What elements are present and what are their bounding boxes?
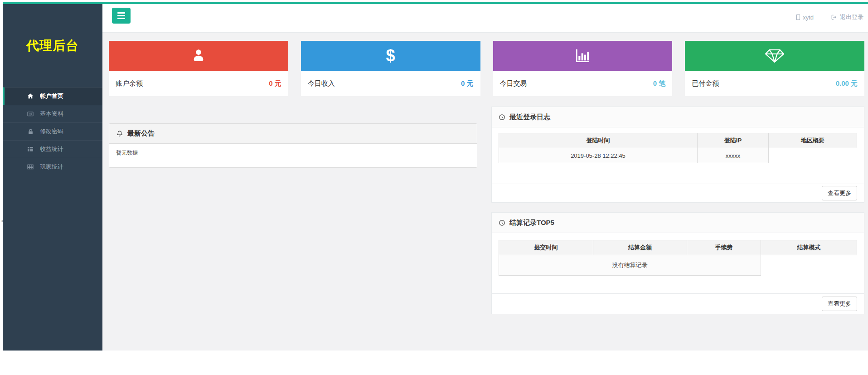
stat-card-value: 0 元 (461, 79, 474, 88)
table-row: 没有结算记录 (499, 255, 857, 276)
sidebar-item-income-stats[interactable]: 收益统计 (3, 140, 102, 158)
table-header-cell: 登陆IP (698, 133, 769, 148)
newspaper-icon (26, 110, 34, 118)
user-icon (796, 15, 800, 20)
login-log-title: 最近登录日志 (509, 113, 550, 122)
table-header-cell: 结算模式 (761, 240, 857, 255)
announcement-panel: 最新公告 暂无数据 (109, 123, 477, 168)
topbar-right: xytd 退出登录 (796, 13, 863, 21)
brand-title: 代理后台 (3, 4, 102, 87)
table-header-cell: 登陆时间 (499, 133, 698, 148)
topbar: xytd 退出登录 (102, 4, 868, 33)
stat-card-value: 0 笔 (653, 79, 666, 88)
table-header-cell: 提交时间 (499, 240, 593, 255)
settlement-more-button[interactable]: 查看更多 (822, 297, 857, 311)
topbar-username[interactable]: xytd (796, 14, 814, 21)
login-log-more-button[interactable]: 查看更多 (822, 186, 857, 200)
home-icon (26, 92, 34, 100)
main-area: xytd 退出登录 (102, 4, 868, 351)
login-log-footer: 查看更多 (492, 184, 864, 202)
table-row: 2019-05-28 12:22:45 xxxxx (499, 148, 857, 163)
lock-icon (26, 127, 34, 136)
sidebar-item-label: 基本资料 (40, 110, 63, 118)
settlement-title: 结算记录TOP5 (509, 219, 554, 227)
settlement-header: 结算记录TOP5 (492, 213, 864, 233)
logout-label: 退出登录 (840, 13, 863, 21)
sidebar-item-label: 帐户首页 (40, 92, 63, 100)
sign-out-icon (831, 14, 837, 20)
login-log-panel: 最近登录日志 登陆时间 登陆IP 地区概要 (491, 107, 864, 203)
settlement-body: 提交时间 结算金额 手续费 结算模式 没有结算记录 (492, 233, 864, 293)
announcement-body: 暂无数据 (109, 144, 477, 167)
sidebar-item-player-stats[interactable]: 玩家统计 (3, 158, 102, 175)
stat-card-label: 账户余额 (116, 79, 143, 88)
table-cell-empty-message: 没有结算记录 (499, 255, 761, 276)
settlement-footer: 查看更多 (492, 293, 864, 314)
left-column: 最新公告 暂无数据 (109, 107, 477, 168)
stat-card-label: 今日交易 (500, 79, 527, 88)
table-header-cell: 结算金额 (593, 240, 687, 255)
stat-card-today-income: $ 今日收入 0 元 (301, 41, 480, 96)
stat-card-footer: 已付金额 0.00 元 (685, 71, 864, 96)
diamond-icon (685, 41, 864, 71)
stat-card-footer: 今日交易 0 笔 (493, 71, 673, 96)
table-cell-login-ip: xxxxx (698, 148, 769, 163)
menu-toggle-button[interactable] (112, 8, 131, 24)
user-icon (109, 41, 288, 71)
bell-icon (116, 130, 123, 137)
announcement-empty-text: 暂无数据 (116, 150, 138, 156)
username-label: xytd (803, 14, 814, 21)
stat-card-balance: 账户余额 0 元 (109, 41, 288, 96)
settlement-panel: 结算记录TOP5 提交时间 结算金额 手续费 结算模式 (491, 212, 864, 314)
stat-cards-row: 账户余额 0 元 $ 今日收入 0 元 (109, 41, 864, 96)
login-log-table: 登陆时间 登陆IP 地区概要 2019-05-28 12:22:45 xxxxx (499, 133, 857, 163)
stat-card-value: 0 元 (269, 79, 281, 88)
announcement-header: 最新公告 (109, 124, 477, 144)
logout-link[interactable]: 退出登录 (831, 13, 863, 21)
table-header-row: 登陆时间 登陆IP 地区概要 (499, 133, 857, 148)
right-column: 最近登录日志 登陆时间 登陆IP 地区概要 (491, 107, 864, 314)
stat-card-footer: 账户余额 0 元 (109, 71, 288, 96)
table-cell-login-time: 2019-05-28 12:22:45 (499, 148, 698, 163)
table-header-cell: 手续费 (687, 240, 761, 255)
stat-card-paid-amount: 已付金额 0.00 元 (685, 41, 864, 96)
bar-chart-icon (493, 41, 673, 71)
clock-icon (499, 219, 505, 226)
login-log-header: 最近登录日志 (492, 107, 864, 127)
login-log-body: 登陆时间 登陆IP 地区概要 2019-05-28 12:22:45 xxxxx (492, 127, 864, 184)
stat-card-label: 已付金额 (692, 79, 719, 88)
sidebar-item-label: 收益统计 (40, 145, 63, 153)
table-header-cell: 地区概要 (769, 133, 857, 148)
stat-card-footer: 今日收入 0 元 (301, 71, 480, 96)
page: ◄ 代理后台 帐户首页 基本资料 (0, 0, 868, 375)
sidebar-item-basic-info[interactable]: 基本资料 (3, 105, 102, 122)
dollar-icon: $ (301, 41, 480, 71)
sidebar-item-label: 玩家统计 (40, 163, 63, 171)
content: 账户余额 0 元 $ 今日收入 0 元 (102, 33, 868, 351)
table-header-row: 提交时间 结算金额 手续费 结算模式 (499, 240, 857, 255)
sidebar-nav: 帐户首页 基本资料 修改密码 (3, 87, 102, 175)
clock-icon (499, 114, 505, 121)
table-icon (26, 163, 34, 171)
settlement-table: 提交时间 结算金额 手续费 结算模式 没有结算记录 (499, 240, 857, 276)
app-container: 代理后台 帐户首页 基本资料 (3, 4, 868, 351)
sidebar-item-change-password[interactable]: 修改密码 (3, 122, 102, 140)
list-icon (26, 145, 34, 153)
hamburger-icon (117, 12, 125, 14)
stat-card-label: 今日收入 (308, 79, 335, 88)
stat-card-today-transactions: 今日交易 0 笔 (493, 41, 673, 96)
sidebar-item-label: 修改密码 (40, 127, 63, 136)
sidebar-item-account-home[interactable]: 帐户首页 (3, 87, 102, 105)
content-columns: 最新公告 暂无数据 (109, 107, 864, 314)
stat-card-value: 0.00 元 (836, 79, 858, 88)
sidebar: 代理后台 帐户首页 基本资料 (3, 4, 102, 351)
announcement-title: 最新公告 (127, 129, 155, 138)
